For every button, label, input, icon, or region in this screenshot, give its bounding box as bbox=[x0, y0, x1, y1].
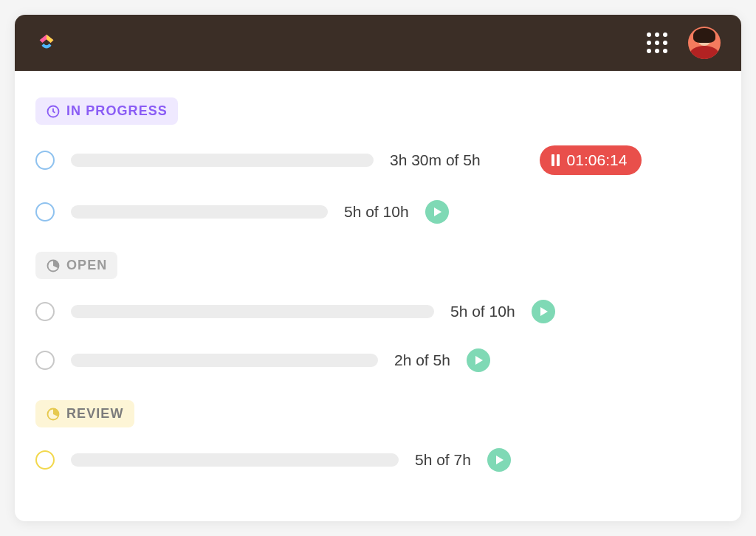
timer-elapsed: 01:06:14 bbox=[567, 151, 628, 169]
time-estimate: 5h of 7h bbox=[415, 451, 471, 469]
user-avatar[interactable] bbox=[688, 27, 721, 59]
topbar bbox=[15, 15, 741, 71]
start-timer-button[interactable] bbox=[532, 300, 555, 323]
status-label: OPEN bbox=[66, 258, 107, 273]
active-timer-pill[interactable]: 01:06:14 bbox=[540, 145, 642, 175]
task-row: 3h 30m of 5h 01:06:14 bbox=[35, 145, 721, 175]
start-timer-button[interactable] bbox=[487, 448, 511, 472]
task-title-placeholder bbox=[71, 354, 378, 367]
status-label: REVIEW bbox=[66, 406, 124, 422]
time-estimate: 5h of 10h bbox=[344, 203, 409, 221]
status-group-open: OPEN 5h of 10h 2h of 5h bbox=[35, 252, 721, 372]
app-logo-icon[interactable] bbox=[35, 32, 58, 54]
task-title-placeholder bbox=[71, 305, 434, 318]
status-label: IN PROGRESS bbox=[66, 103, 168, 119]
task-status-toggle[interactable] bbox=[35, 351, 55, 370]
task-status-toggle[interactable] bbox=[35, 151, 55, 170]
start-timer-button[interactable] bbox=[467, 348, 490, 372]
task-title-placeholder bbox=[71, 453, 399, 467]
task-title-placeholder bbox=[71, 154, 374, 167]
task-title-placeholder bbox=[71, 205, 328, 219]
status-group-review: REVIEW 5h of 7h bbox=[35, 400, 721, 472]
app-window: IN PROGRESS 3h 30m of 5h 01:06:14 5h of … bbox=[15, 15, 741, 521]
task-row: 5h of 10h bbox=[35, 300, 721, 323]
progress-circle-icon bbox=[46, 407, 61, 422]
time-estimate: 5h of 10h bbox=[450, 303, 515, 320]
status-pill-in-progress[interactable]: IN PROGRESS bbox=[35, 97, 178, 125]
apps-menu-icon[interactable] bbox=[647, 32, 667, 53]
start-timer-button[interactable] bbox=[425, 200, 449, 224]
task-status-toggle[interactable] bbox=[35, 450, 55, 470]
task-status-toggle[interactable] bbox=[35, 302, 55, 321]
clock-icon bbox=[46, 104, 61, 119]
status-pill-open[interactable]: OPEN bbox=[35, 252, 117, 279]
status-group-in-progress: IN PROGRESS 3h 30m of 5h 01:06:14 5h of … bbox=[35, 97, 721, 224]
status-pill-review[interactable]: REVIEW bbox=[35, 400, 134, 427]
time-estimate: 2h of 5h bbox=[394, 351, 450, 369]
task-row: 5h of 7h bbox=[35, 448, 721, 472]
pause-icon bbox=[551, 154, 560, 166]
progress-circle-icon bbox=[46, 258, 61, 273]
task-status-toggle[interactable] bbox=[35, 202, 55, 221]
task-list: IN PROGRESS 3h 30m of 5h 01:06:14 5h of … bbox=[15, 71, 741, 472]
task-row: 5h of 10h bbox=[35, 200, 721, 224]
time-estimate: 3h 30m of 5h bbox=[390, 151, 481, 169]
task-row: 2h of 5h bbox=[35, 348, 721, 372]
